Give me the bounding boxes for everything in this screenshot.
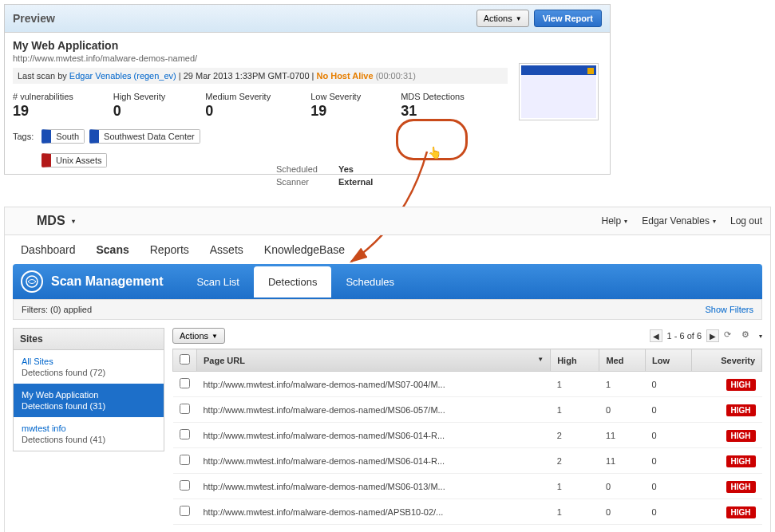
col-page-url[interactable]: Page URL ▼ <box>197 349 551 372</box>
user-name: Edgar Venables <box>642 215 710 227</box>
chevron-down-icon[interactable]: ▾ <box>72 218 75 225</box>
tab-detections[interactable]: Detections <box>254 266 331 298</box>
severity-badge: HIGH <box>726 404 756 416</box>
sidebar-header: Sites <box>13 328 164 350</box>
site-count: Detections found (72) <box>22 368 156 377</box>
stats-row: # vulnerabilities 19 High Severity 0 Med… <box>13 92 602 120</box>
tab-scan-list[interactable]: Scan List <box>182 266 253 298</box>
help-menu[interactable]: Help ▾ <box>602 215 628 227</box>
scan-logo-icon <box>21 270 43 293</box>
preview-panel: Preview Actions ▼ View Report My Web App… <box>4 4 611 175</box>
stat-high: High Severity 0 <box>113 92 165 120</box>
site-count: Detections found (31) <box>22 401 156 411</box>
table-row[interactable]: http://www.mwtest.info/malware-demos-nam… <box>173 499 762 525</box>
nav-assets[interactable]: Assets <box>210 243 243 256</box>
detections-table: Page URL ▼ High Med Low Severity http://… <box>172 349 762 525</box>
tag[interactable]: Unix Assets <box>42 153 107 167</box>
stat-value: 0 <box>113 103 165 120</box>
scheduled-value: Yes <box>338 164 354 174</box>
topbar: MDS ▾ Help ▾ Edgar Venables ▾ Log out <box>5 207 770 235</box>
severity-badge: HIGH <box>726 506 756 518</box>
filter-bar: Filters: (0) applied Show Filters <box>13 299 762 320</box>
cell-low: 0 <box>646 423 692 448</box>
cell-url: http://www.mwtest.info/malware-demos-nam… <box>197 474 551 499</box>
table-actions-button[interactable]: Actions ▼ <box>172 328 225 344</box>
severity-badge: HIGH <box>726 455 756 467</box>
refresh-icon[interactable]: ⟳ <box>724 329 737 342</box>
table-row[interactable]: http://www.mwtest.info/malware-demos-nam… <box>173 372 762 397</box>
cell-med: 0 <box>599 474 646 499</box>
nav-knowledgebase[interactable]: KnowledgeBase <box>264 243 345 256</box>
cell-high: 1 <box>551 499 599 525</box>
severity-badge: HIGH <box>726 379 756 391</box>
site-name: My Web Application <box>22 390 156 400</box>
nav-scans[interactable]: Scans <box>97 243 129 256</box>
stat-value: 19 <box>310 103 361 120</box>
cell-high: 2 <box>551 423 599 448</box>
actions-button[interactable]: Actions ▼ <box>476 10 529 27</box>
gear-icon[interactable]: ⚙ <box>741 329 754 342</box>
chevron-down-icon: ▼ <box>516 15 522 22</box>
table-row[interactable]: http://www.mwtest.info/malware-demos-nam… <box>173 423 762 448</box>
cell-med: 0 <box>599 397 646 423</box>
tag[interactable]: Southwest Data Center <box>89 129 200 144</box>
stat-vulnerabilities: # vulnerabilities 19 <box>13 92 73 120</box>
stat-label: High Severity <box>113 92 165 101</box>
stat-label: MDS Detections <box>401 92 464 101</box>
stat-mds-detections[interactable]: MDS Detections 31 <box>401 92 464 120</box>
cell-url: http://www.mwtest.info/malware-demos-nam… <box>197 423 551 448</box>
cell-high: 1 <box>551 474 599 499</box>
col-low[interactable]: Low <box>646 349 692 372</box>
severity-badge: HIGH <box>726 430 756 442</box>
table-row[interactable]: http://www.mwtest.info/malware-demos-nam… <box>173 448 762 474</box>
stat-low: Low Severity 19 <box>310 92 361 120</box>
col-label: Page URL <box>204 356 245 365</box>
tab-schedules[interactable]: Schedules <box>331 266 409 298</box>
user-menu[interactable]: Edgar Venables ▾ <box>642 215 716 227</box>
logout-link[interactable]: Log out <box>730 215 762 227</box>
view-report-button[interactable]: View Report <box>534 10 602 27</box>
row-checkbox[interactable] <box>180 480 190 491</box>
tag[interactable]: South <box>42 129 85 144</box>
col-med[interactable]: Med <box>599 349 646 372</box>
nav-dashboard[interactable]: Dashboard <box>21 243 76 256</box>
detections-table-area: Actions ▼ ◀ 1 - 6 of 6 ▶ ⟳ ⚙ ▾ Page URL … <box>172 328 762 525</box>
cell-url: http://www.mwtest.info/malware-demos-nam… <box>197 397 551 423</box>
site-item-mywebapp[interactable]: My Web Application Detections found (31) <box>14 384 164 417</box>
pager: ◀ 1 - 6 of 6 ▶ ⟳ ⚙ ▾ <box>650 329 762 342</box>
scan-user-link[interactable]: Edgar Venables (regen_ev) <box>69 71 176 81</box>
filters-applied: Filters: (0) applied <box>22 305 92 314</box>
preview-header: Preview Actions ▼ View Report <box>5 5 610 33</box>
preview-title: Preview <box>13 12 55 25</box>
last-scan-info: Last scan by Edgar Venables (regen_ev) |… <box>13 68 508 84</box>
chevron-down-icon: ▾ <box>624 218 627 225</box>
row-checkbox[interactable] <box>180 506 190 516</box>
scanner-label: Scanner <box>276 177 332 187</box>
tags-row: Tags: South Southwest Data Center Unix A… <box>13 129 602 167</box>
chevron-down-icon[interactable]: ▾ <box>759 333 762 340</box>
pager-prev[interactable]: ◀ <box>650 329 662 342</box>
page-header-bar: Scan Management Scan List Detections Sch… <box>13 264 762 299</box>
row-checkbox[interactable] <box>180 404 190 414</box>
table-row[interactable]: http://www.mwtest.info/malware-demos-nam… <box>173 474 762 499</box>
row-checkbox[interactable] <box>180 378 190 388</box>
pager-next[interactable]: ▶ <box>706 329 719 342</box>
col-severity[interactable]: Severity <box>691 349 761 372</box>
stat-value: 31 <box>401 103 464 120</box>
page-thumbnail[interactable] <box>519 63 599 120</box>
scan-duration: (00:00:31) <box>376 71 416 81</box>
row-checkbox[interactable] <box>180 455 190 465</box>
show-filters-link[interactable]: Show Filters <box>705 305 753 314</box>
col-high[interactable]: High <box>551 349 599 372</box>
main-nav: Dashboard Scans Reports Assets Knowledge… <box>5 235 770 264</box>
app-url: http://www.mwtest.info/malware-demos-nam… <box>13 53 602 63</box>
site-item-all[interactable]: All Sites Detections found (72) <box>14 350 164 384</box>
nav-reports[interactable]: Reports <box>150 243 189 256</box>
brand-label[interactable]: MDS <box>37 214 65 228</box>
site-item-mwtest[interactable]: mwtest info Detections found (41) <box>14 417 164 451</box>
table-row[interactable]: http://www.mwtest.info/malware-demos-nam… <box>173 397 762 423</box>
chevron-down-icon: ▾ <box>713 218 716 225</box>
cursor-icon: 👆 <box>428 146 441 159</box>
row-checkbox[interactable] <box>180 429 190 439</box>
select-all-checkbox[interactable] <box>180 354 190 365</box>
